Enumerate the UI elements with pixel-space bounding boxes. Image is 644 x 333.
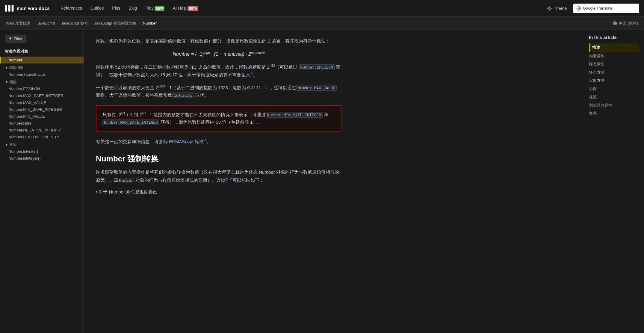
sidebar-item-neg-inf[interactable]: Number.NEGATIVE_INFINITY: [0, 127, 84, 134]
svg-line-11: [548, 10, 548, 10]
operation-link[interactable]: 操作: [221, 178, 230, 183]
svg-line-7: [548, 7, 548, 7]
nav-links: References Guides Plus Blog PlayNEW AI H…: [57, 4, 544, 13]
toc-title: In this article: [589, 35, 639, 40]
toc-item-compat[interactable]: 浏览器兼容性: [589, 101, 639, 110]
theme-label: Theme: [554, 6, 567, 11]
breadcrumb-web[interactable]: Web 开发技术: [6, 21, 31, 26]
rounding-link[interactable]: 舍入: [241, 72, 250, 77]
sidebar-item-min-safe[interactable]: Number.MIN_SAFE_INTEGER: [0, 106, 84, 113]
bullet-1: • 对于 Number 则总是返回自己: [96, 188, 341, 196]
translate-icon: [576, 6, 581, 11]
breadcrumb-sep-1: ›: [33, 21, 34, 25]
sidebar-section-title: 标准内置对象: [0, 48, 84, 57]
ecma-link[interactable]: ECMAScript 标准: [169, 139, 204, 144]
filter-button[interactable]: Filter: [5, 35, 26, 43]
min-safe-link[interactable]: Number.MIN_SAFE_INTEGER: [266, 112, 323, 118]
toc-item-instance-methods[interactable]: 实例方法: [589, 76, 639, 85]
max-value-link[interactable]: Number.MAX_VALUE: [296, 85, 337, 91]
breadcrumb-js[interactable]: JavaScript: [37, 21, 55, 25]
sidebar-item-isfinite[interactable]: Number.isFinite(): [0, 148, 84, 155]
breadcrumb-js-ref[interactable]: JavaScript 参考: [61, 21, 88, 26]
toc-item-constructor[interactable]: 构造函数: [589, 52, 639, 60]
breadcrumb-sep-4: ›: [139, 21, 140, 25]
math-formula: Number = (−1)sign · (1 + mantissa) · 2ex…: [96, 51, 341, 57]
nav-ai-help[interactable]: AI HelpBETA: [169, 4, 202, 13]
globe-icon: [613, 21, 617, 25]
nav-blog[interactable]: Blog: [125, 4, 140, 12]
svg-line-12: [551, 7, 551, 7]
logo[interactable]: mdn web docs: [5, 4, 50, 13]
nav-plus[interactable]: Plus: [108, 4, 124, 12]
toc-item-see-also[interactable]: 参见: [589, 109, 639, 118]
nav-guides[interactable]: Guides: [87, 4, 107, 12]
theme-icon: [547, 6, 552, 11]
page-layout: Filter 标准内置对象 Number ▼ 构造函数 Number() con…: [0, 30, 644, 207]
svg-rect-3: [5, 5, 7, 7]
epsilon-link[interactable]: Number.EPSILON: [299, 64, 335, 70]
lang-label: 中文 (简体): [619, 21, 638, 26]
new-badge: NEW: [155, 6, 164, 11]
main-content: 尾数（也称为有效位数）是表示实际值的数值（有效数值）部分。指数是尾数应乘以的 2…: [84, 30, 353, 207]
sidebar-item-min-value[interactable]: Number.MIN_VALUE: [0, 113, 84, 120]
sidebar-item-max-value[interactable]: Number.MAX_VALUE: [0, 99, 84, 106]
max-safe-link[interactable]: Number.MAX_SAFE_INTEGER: [102, 119, 159, 125]
more-info-para: 有关这一点的更多详细信息，请参阅 ECMAScript 标准↗。: [96, 137, 341, 146]
sidebar-group-properties[interactable]: ▼ 属性: [0, 78, 84, 85]
section2-heading: Number 强制转换: [96, 154, 341, 164]
sidebar-item-pos-inf[interactable]: Number.POSITIVE_INFINITY: [0, 134, 84, 140]
sidebar-item-epsilon[interactable]: Number.EPSILON: [0, 85, 84, 92]
sidebar-group-methods[interactable]: ▼ 方法: [0, 140, 84, 148]
breadcrumb-current: Number: [143, 21, 157, 25]
toc-panel: In this article 描述 构造函数 静态属性 静态方法 实例方法 示…: [584, 30, 644, 207]
toc-item-static-props[interactable]: 静态属性: [589, 60, 639, 68]
intro-para1: 尾数（也称为有效位数）是表示实际值的数值（有效数值）部分。指数是尾数应乘以的 2…: [96, 37, 341, 45]
theme-button[interactable]: Theme: [544, 4, 570, 13]
svg-point-4: [548, 7, 551, 9]
sidebar-item-isinteger[interactable]: Number.isInteger(): [0, 155, 84, 162]
svg-line-8: [551, 10, 551, 10]
svg-rect-2: [12, 5, 14, 11]
breadcrumb-sep-2: ›: [57, 21, 58, 25]
warning-box: 只有在 -253 + 1 到 253 - 1 范围内的整数才能在不丢失精度的情况…: [96, 105, 341, 131]
toc-item-static-methods[interactable]: 静态方法: [589, 68, 639, 77]
intro-para3: 一个数值可以容纳的最大值是 21024 - 1（基于二进制的指数为 1023，尾…: [96, 84, 341, 99]
sidebar-item-max-safe[interactable]: Number.MAX_SAFE_INTEGER: [0, 92, 84, 99]
sidebar-item-number[interactable]: Number: [0, 57, 84, 63]
toc-item-examples[interactable]: 示例: [589, 85, 639, 93]
nav-right: Theme Google Translate: [544, 4, 639, 13]
breadcrumb: Web 开发技术 › JavaScript › JavaScript 参考 › …: [0, 17, 644, 30]
filter-icon: [8, 37, 12, 41]
toc-item-specs[interactable]: 规范: [589, 93, 639, 101]
intro-para2: 尾数使用 52 比特存储，在二进制小数中解释为 1… 之后的数值。因此，尾数的精…: [96, 63, 341, 79]
breadcrumb-sep-3: ›: [90, 21, 92, 25]
google-translate-box[interactable]: Google Translate: [573, 4, 639, 13]
google-translate-label: Google Translate: [583, 6, 613, 10]
top-nav: mdn web docs References Guides Plus Blog…: [0, 0, 644, 17]
sidebar-group-constructors[interactable]: ▼ 构造函数: [0, 63, 84, 71]
sidebar: Filter 标准内置对象 Number ▼ 构造函数 Number() con…: [0, 30, 84, 207]
toc-item-description[interactable]: 描述: [589, 43, 639, 52]
svg-rect-1: [8, 5, 10, 11]
logo-text: mdn web docs: [17, 6, 50, 11]
filter-label: Filter: [14, 37, 22, 41]
sidebar-item-nan[interactable]: Number.NaN: [0, 120, 84, 127]
svg-marker-17: [9, 37, 12, 40]
breadcrumb-builtins[interactable]: JavaScript 标准内置对象: [94, 21, 137, 26]
sidebar-item-constructor[interactable]: Number() constructor: [0, 71, 84, 78]
section2-para: 许多期望数值的内置操作是将它们的参数转换为数值（这在很大程度上就是为什么 Num…: [96, 168, 341, 184]
language-selector[interactable]: 中文 (简体): [613, 21, 638, 26]
nav-references[interactable]: References: [57, 4, 86, 12]
infinity-link[interactable]: Infinity: [172, 93, 194, 98]
nav-play[interactable]: PlayNEW: [142, 4, 168, 13]
beta-badge: BETA: [188, 6, 198, 11]
